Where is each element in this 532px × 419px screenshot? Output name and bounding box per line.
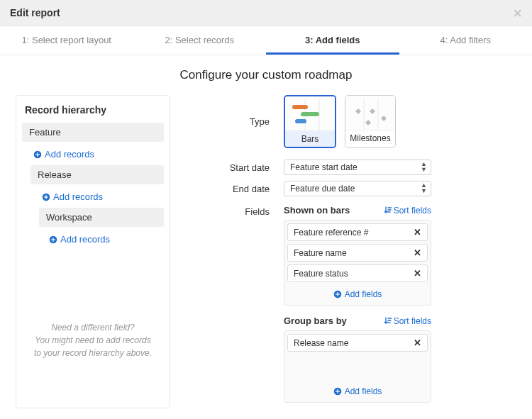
field-chip[interactable]: Release name ✕ (287, 334, 428, 352)
label-start-date: Start date (192, 162, 284, 173)
add-fields-link[interactable]: Add fields (287, 382, 428, 399)
shown-on-bars-box: Feature reference # ✕ Feature name ✕ Fea… (284, 220, 431, 306)
svg-rect-2 (35, 154, 40, 155)
chip-label: Feature reference # (294, 228, 368, 238)
chip-label: Feature name (294, 248, 347, 258)
hierarchy-node-label: Workspace (46, 212, 92, 223)
add-records-label: Add records (60, 234, 110, 245)
plus-circle-icon (42, 193, 50, 201)
milestones-preview-icon (345, 96, 395, 130)
hierarchy-tree: Feature Add records Release Add records … (22, 123, 164, 250)
config-form: Type Bars (192, 95, 516, 408)
type-cards: Bars Mil (284, 95, 396, 148)
row-start-date: Start date Feature start date ▲▼ (192, 160, 516, 175)
type-card-label: Bars (285, 130, 335, 147)
hierarchy-node-feature[interactable]: Feature (22, 123, 164, 142)
group-bars-by-block: Group bars by Sort fields Release name ✕ (284, 315, 431, 403)
row-end-date: End date Feature due date ▲▼ (192, 181, 516, 196)
type-card-bars[interactable]: Bars (284, 95, 336, 148)
label-end-date: End date (192, 184, 284, 194)
plus-circle-icon (33, 150, 42, 159)
svg-rect-8 (51, 239, 55, 240)
step-1[interactable]: 1: Select report layout (0, 26, 133, 55)
content: Configure your custom roadmap Record hie… (0, 55, 532, 415)
bars-preview-icon (285, 96, 335, 130)
row-type: Type Bars (192, 95, 516, 148)
add-fields-label: Add fields (345, 386, 382, 396)
field-chip[interactable]: Feature reference # ✕ (287, 223, 428, 241)
svg-rect-22 (336, 294, 340, 294)
chip-label: Release name (294, 338, 348, 348)
plus-circle-icon (333, 387, 342, 396)
record-hierarchy-title: Record hierarchy (25, 104, 161, 116)
add-records-link[interactable]: Add records (46, 230, 164, 250)
footer: Save (0, 415, 532, 419)
sort-fields-link[interactable]: Sort fields (384, 316, 431, 326)
remove-chip-icon[interactable]: ✕ (414, 268, 421, 279)
select-value: Feature start date (290, 162, 358, 172)
body-row: Record hierarchy Feature Add records Rel… (16, 95, 516, 408)
svg-marker-19 (365, 120, 371, 125)
remove-chip-icon[interactable]: ✕ (414, 337, 421, 348)
svg-rect-25 (336, 391, 340, 391)
block-header: Shown on bars Sort fields (284, 205, 431, 216)
step-3[interactable]: 3: Add fields (266, 26, 399, 55)
remove-chip-icon[interactable]: ✕ (414, 227, 421, 238)
svg-rect-5 (44, 196, 48, 197)
modal-title: Edit report (10, 7, 60, 18)
row-fields: Fields Shown on bars Sort fields (192, 203, 516, 403)
type-card-milestones[interactable]: Milestones (345, 95, 396, 148)
sort-icon (384, 317, 392, 325)
hint-line: You might need to add records (35, 335, 150, 345)
svg-marker-16 (355, 108, 361, 114)
sort-fields-link[interactable]: Sort fields (384, 206, 431, 216)
sort-label: Sort fields (394, 206, 431, 216)
svg-rect-11 (292, 105, 308, 109)
select-value: Feature due date (290, 184, 355, 194)
group-bars-by-box: Release name ✕ Add fields (284, 330, 431, 403)
sort-label: Sort fields (394, 316, 431, 326)
chip-label: Feature status (294, 269, 348, 279)
step-2[interactable]: 2: Select records (133, 26, 267, 55)
add-records-label: Add records (45, 149, 94, 160)
hierarchy-node-workspace[interactable]: Workspace (39, 208, 164, 227)
add-fields-link[interactable]: Add fields (287, 285, 428, 302)
fields-col: Shown on bars Sort fields Feature refere… (284, 203, 516, 403)
shown-on-bars-block: Shown on bars Sort fields Feature refere… (284, 205, 431, 306)
field-chip[interactable]: Feature name ✕ (287, 244, 428, 262)
block-title: Group bars by (284, 315, 347, 326)
sort-icon (384, 206, 392, 214)
svg-rect-12 (301, 112, 319, 116)
hierarchy-hint: Need a different field? You might need t… (22, 321, 164, 359)
block-title: Shown on bars (284, 205, 350, 216)
hierarchy-node-label: Release (38, 169, 72, 180)
hint-line: to your record hierarchy above. (34, 348, 152, 358)
svg-rect-13 (295, 119, 306, 123)
remove-chip-icon[interactable]: ✕ (414, 247, 421, 258)
add-records-link[interactable]: Add records (31, 145, 164, 165)
wizard-steps: 1: Select report layout 2: Select record… (0, 26, 532, 55)
hint-line: Need a different field? (51, 323, 134, 333)
hierarchy-node-label: Feature (29, 127, 61, 138)
plus-circle-icon (49, 235, 57, 244)
add-records-label: Add records (53, 191, 103, 202)
type-card-label: Milestones (345, 130, 395, 146)
start-date-select[interactable]: Feature start date (284, 160, 431, 175)
step-4[interactable]: 4: Add filters (399, 26, 533, 55)
add-records-link[interactable]: Add records (39, 187, 164, 208)
plus-circle-icon (333, 290, 342, 298)
page-title: Configure your custom roadmap (16, 68, 516, 82)
modal-header: Edit report × (0, 0, 532, 26)
end-date-select[interactable]: Feature due date (284, 181, 431, 196)
close-icon[interactable]: × (513, 9, 522, 17)
hierarchy-node-release[interactable]: Release (31, 165, 164, 184)
svg-marker-17 (370, 108, 375, 114)
add-fields-label: Add fields (345, 289, 382, 299)
svg-marker-18 (381, 116, 387, 121)
field-chip[interactable]: Feature status ✕ (287, 264, 428, 282)
record-hierarchy-panel: Record hierarchy Feature Add records Rel… (16, 95, 170, 408)
block-header: Group bars by Sort fields (284, 315, 431, 326)
label-fields: Fields (192, 203, 284, 217)
label-type: Type (192, 116, 284, 127)
